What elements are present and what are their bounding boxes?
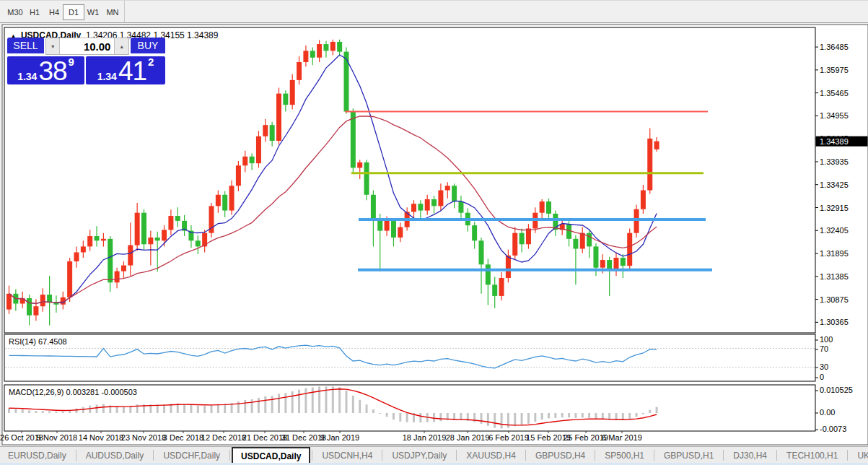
tab-usdchf-daily[interactable]: USDCHF,Daily: [155, 447, 228, 464]
candle-body: [364, 162, 369, 195]
candle-body: [141, 213, 146, 245]
candle-body: [391, 221, 396, 238]
tab-gbpusd-h1[interactable]: GBPUSD,H1: [656, 447, 722, 464]
candle-body: [654, 142, 659, 149]
volume-control: ▼ ▲: [45, 38, 129, 55]
buy-price-big: 41: [118, 61, 146, 82]
buy-price[interactable]: 1.34 41 2: [86, 56, 165, 84]
price-tick-label: 1.34955: [820, 111, 849, 120]
rsi-tick-label: 30: [820, 362, 828, 371]
candle-body: [67, 261, 72, 297]
tab-eurusd-daily[interactable]: EURUSD,Daily: [0, 447, 74, 464]
rsi-label: RSI(14) 67.4508: [9, 337, 67, 346]
rsi-tick-label: 0: [820, 373, 824, 381]
candle-body: [216, 195, 221, 207]
candle-body: [317, 44, 322, 58]
volume-increase-button[interactable]: ▲: [115, 38, 128, 54]
tab-separator: [654, 450, 654, 461]
candle-body: [101, 239, 106, 240]
tab-ukoil[interactable]: UKOil,: [849, 447, 868, 464]
candle-body: [540, 201, 545, 213]
candle-body: [344, 52, 349, 112]
buy-price-pip: 2: [148, 58, 154, 66]
candle-body: [74, 252, 79, 261]
date-label: 6 Mar 2019: [602, 433, 642, 442]
candle-body: [634, 209, 639, 233]
sell-price-pip: 9: [69, 58, 74, 66]
date-label: 9 Jan 2019: [320, 433, 359, 442]
price-tick-label: 1.32405: [820, 226, 849, 235]
tab-separator: [723, 450, 724, 461]
candle-body: [621, 258, 626, 266]
price-tick-label: 1.32915: [820, 204, 849, 212]
candle-body: [452, 186, 457, 201]
candle-body: [27, 298, 32, 316]
candle-body: [290, 80, 295, 105]
tab-separator: [525, 450, 526, 461]
one-click-trade-panel: SELL ▼ ▲ BUY 1.34 38 9 1.34 41 2: [7, 38, 165, 84]
candle-body: [108, 239, 113, 282]
sell-price-big: 38: [38, 61, 66, 82]
candle-body: [472, 225, 477, 240]
candle-body: [250, 157, 255, 163]
volume-decrease-button[interactable]: ▼: [46, 38, 60, 54]
rsi-tick-label: 70: [820, 344, 828, 353]
macd-tick-label: 0.00: [820, 408, 835, 417]
volume-input[interactable]: [59, 38, 115, 54]
symbol-tab-bar: EURUSD,DailyAUDUSD,DailyUSDCHF,DailyUSDC…: [0, 446, 868, 464]
tab-separator: [153, 450, 154, 461]
candle-body: [148, 238, 153, 244]
tab-gbpusd-h4[interactable]: GBPUSD,H4: [527, 447, 593, 464]
sell-price-prefix: 1.34: [17, 71, 37, 82]
price-tick-label: 1.31385: [820, 272, 849, 281]
candle-body: [357, 162, 362, 168]
tab-xauusd-h4[interactable]: XAUUSD,H4: [458, 447, 524, 464]
candle-body: [506, 256, 511, 278]
tab-separator: [847, 450, 848, 461]
candle-body: [81, 246, 86, 252]
candle-body: [121, 266, 126, 271]
candle-body: [573, 239, 578, 249]
candle-body: [6, 294, 12, 310]
rsi-tick-label: 100: [820, 335, 833, 344]
sell-button[interactable]: SELL: [7, 38, 44, 55]
candle-body: [492, 284, 497, 296]
candle-body: [425, 199, 430, 211]
tab-usdcnh-h4[interactable]: USDCNH,H4: [314, 447, 380, 464]
candle-body: [627, 233, 632, 266]
candle-body: [641, 191, 646, 209]
candle-body: [323, 44, 328, 51]
mt4-window: { "toolbar": { "timeframes": ["M30","H1"…: [0, 0, 868, 465]
macd-tick-label: 0.010525: [820, 386, 853, 394]
date-label: 14 Nov 2018: [79, 433, 123, 442]
sell-price[interactable]: 1.34 38 9: [7, 56, 84, 84]
tab-tech100-h1[interactable]: TECH100,H1: [779, 447, 846, 464]
tab-dj30-h4[interactable]: DJ30,H4: [725, 447, 775, 464]
candle-body: [263, 125, 268, 136]
tab-usdcad-daily[interactable]: USDCAD,Daily: [232, 447, 310, 464]
tab-separator: [382, 450, 382, 461]
buy-button[interactable]: BUY: [131, 38, 165, 55]
candle-body: [87, 236, 92, 246]
candle-body: [53, 303, 58, 304]
tab-usdjpy-daily[interactable]: USDJPY,Daily: [384, 447, 455, 464]
date-label: 28 Jan 2019: [446, 433, 490, 442]
candle-body: [276, 94, 281, 141]
candle-body: [431, 199, 437, 206]
tab-audusd-daily[interactable]: AUDUSD,Daily: [78, 447, 152, 464]
candle-body: [330, 42, 336, 51]
candle-body: [47, 295, 52, 303]
candle-body: [283, 94, 288, 105]
price-tick-label: 1.35975: [820, 66, 849, 74]
candle-body: [33, 306, 38, 315]
tab-separator: [312, 450, 312, 461]
candle-body: [242, 157, 247, 165]
candle-body: [229, 186, 234, 210]
price-tick-label: 1.36485: [820, 43, 849, 51]
candle-body: [647, 139, 652, 191]
buy-price-prefix: 1.34: [97, 71, 117, 82]
candle-body: [546, 201, 551, 214]
candle-body: [593, 246, 598, 267]
tab-sp500-h1[interactable]: SP500,H1: [597, 447, 652, 464]
candle-body: [155, 238, 160, 240]
